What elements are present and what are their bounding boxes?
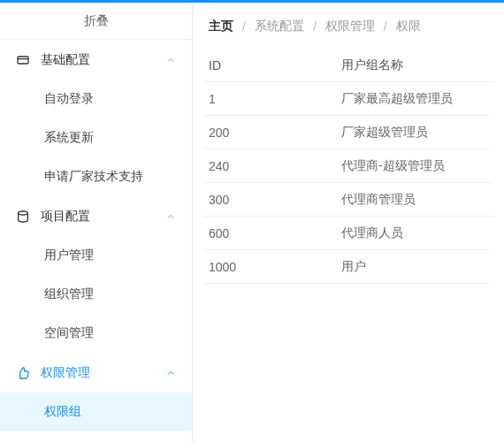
menu-item[interactable]: 权限组 xyxy=(0,392,192,431)
table-row[interactable]: 200厂家超级管理员 xyxy=(203,116,493,149)
menu-item-label: 申请厂家技术支持 xyxy=(44,169,143,185)
cell-name: 厂家最高超级管理员 xyxy=(341,91,488,107)
breadcrumb-item[interactable]: 主页 xyxy=(209,19,233,34)
chevron-up-icon xyxy=(165,368,176,378)
cell-id: 600 xyxy=(209,226,341,240)
menu-item-label: 用户管理 xyxy=(44,248,94,263)
table-row[interactable]: 600代理商人员 xyxy=(203,217,493,250)
table-row[interactable]: 300代理商管理员 xyxy=(203,183,493,217)
cell-name: 厂家超级管理员 xyxy=(341,125,488,141)
cell-id: 1 xyxy=(209,92,341,106)
menu-item[interactable]: 申请厂家技术支持 xyxy=(0,157,192,196)
menu-group[interactable]: 项目配置 xyxy=(0,196,192,236)
svg-point-2 xyxy=(19,211,28,215)
breadcrumb: 主页/系统配置/权限管理/权限 xyxy=(203,13,493,49)
cell-id: 200 xyxy=(209,126,341,140)
main-content: 主页/系统配置/权限管理/权限 ID 用户组名称 1厂家最高超级管理员200厂家… xyxy=(193,3,504,442)
card-icon xyxy=(16,53,30,67)
thumb-icon xyxy=(16,366,30,380)
breadcrumb-item[interactable]: 权限管理 xyxy=(325,19,375,34)
cell-id: 240 xyxy=(209,159,341,173)
menu-item-label: 空间管理 xyxy=(44,325,94,341)
menu-group-label: 权限管理 xyxy=(41,365,90,381)
menu-group[interactable]: 权限管理 xyxy=(0,353,192,392)
menu-group-label: 项目配置 xyxy=(41,209,90,225)
cell-name: 代理商-超级管理员 xyxy=(341,158,488,174)
cell-name: 代理商人员 xyxy=(341,225,488,241)
menu-item[interactable]: 空间管理 xyxy=(0,314,192,353)
chevron-up-icon xyxy=(165,55,176,65)
collapse-button[interactable]: 折叠 xyxy=(0,3,192,40)
table-header-id: ID xyxy=(209,58,341,72)
collapse-label: 折叠 xyxy=(84,13,109,29)
storage-icon xyxy=(16,210,30,224)
cell-id: 1000 xyxy=(209,260,341,274)
menu-item[interactable]: 用户管理 xyxy=(0,236,192,275)
table-row[interactable]: 1厂家最高超级管理员 xyxy=(203,82,493,116)
cell-id: 300 xyxy=(209,193,341,207)
table-header-name: 用户组名称 xyxy=(341,57,488,73)
menu-item-label: 组织管理 xyxy=(44,286,94,302)
menu-item[interactable]: 系统更新 xyxy=(0,118,192,157)
menu-item[interactable]: 组织管理 xyxy=(0,275,192,314)
breadcrumb-item[interactable]: 权限 xyxy=(396,19,421,34)
svg-rect-0 xyxy=(18,57,28,64)
menu-group-label: 基础配置 xyxy=(41,52,90,68)
chevron-up-icon xyxy=(165,211,176,222)
breadcrumb-item[interactable]: 系统配置 xyxy=(255,19,304,34)
menu-item-label: 系统更新 xyxy=(44,130,94,146)
cell-name: 用户 xyxy=(341,259,488,275)
table-row[interactable]: 1000用户 xyxy=(203,250,493,284)
menu-item-label: 自动登录 xyxy=(44,91,94,107)
breadcrumb-separator: / xyxy=(242,19,246,34)
cell-name: 代理商管理员 xyxy=(341,192,488,208)
menu-item[interactable]: 自动登录 xyxy=(0,80,192,118)
table-row[interactable]: 240代理商-超级管理员 xyxy=(203,149,493,183)
table-header-row: ID 用户组名称 xyxy=(203,49,493,82)
permission-table: ID 用户组名称 1厂家最高超级管理员200厂家超级管理员240代理商-超级管理… xyxy=(203,49,493,284)
breadcrumb-separator: / xyxy=(384,19,387,34)
menu-group[interactable]: 基础配置 xyxy=(0,40,192,80)
sidebar: 折叠 基础配置自动登录系统更新申请厂家技术支持项目配置用户管理组织管理空间管理权… xyxy=(0,3,193,442)
breadcrumb-separator: / xyxy=(313,19,317,34)
menu-item-label: 权限组 xyxy=(44,404,81,420)
